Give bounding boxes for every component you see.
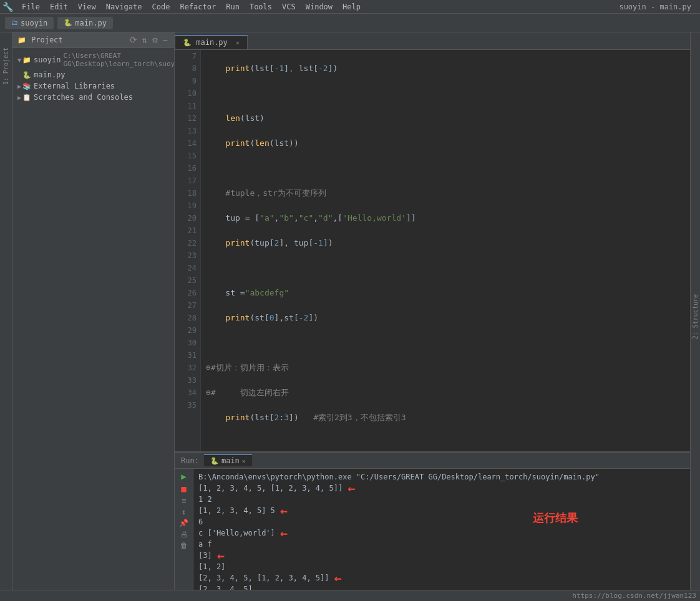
project-icon: 🗂 bbox=[11, 19, 18, 27]
stop-button[interactable]: ■ bbox=[181, 484, 186, 494]
main-file[interactable]: 🐍 main.py bbox=[12, 69, 174, 80]
menu-edit[interactable]: Edit bbox=[45, 1, 73, 12]
window-title: suoyin - main.py bbox=[619, 2, 698, 11]
toolbar: 🗂 suoyin 🐍 main.py bbox=[0, 14, 700, 32]
run-output: B:\Anconda\envs\pytorch\python.exe "C:/U… bbox=[193, 469, 690, 601]
code-line-18 bbox=[206, 337, 685, 349]
code-line-16: st ="abcdefg" bbox=[206, 287, 685, 299]
settings-icon[interactable]: ⚙ bbox=[151, 35, 158, 45]
code-line-14: print(tup[2], tup[-1]) bbox=[206, 237, 685, 249]
output-line-0: B:\Anconda\envs\pytorch\python.exe "C:/U… bbox=[198, 471, 685, 483]
python-icon: 🐍 bbox=[22, 71, 31, 79]
project-folder-icon: 📁 bbox=[22, 56, 31, 64]
app-icon: 🔧 bbox=[2, 2, 13, 12]
collapse-icon[interactable]: ⇅ bbox=[141, 35, 148, 45]
code-line-8 bbox=[206, 87, 685, 100]
root-folder-path: C:\Users\GREAT GG\Desktop\learn_torch\su… bbox=[63, 52, 174, 68]
code-line-10: print(len(lst)) bbox=[206, 137, 685, 150]
main-file-label: main.py bbox=[34, 70, 66, 79]
output-line-3: [1, 2, 3, 4, 5] 5 bbox=[198, 505, 275, 516]
lib-icon: 📚 bbox=[22, 82, 31, 90]
run-content: ▶ ■ ≡ ↕ 📌 🖨 🗑 B:\Anconda\envs\pytorch\py… bbox=[175, 469, 690, 601]
external-libs[interactable]: ▶ 📚 External Libraries bbox=[12, 80, 174, 92]
structure-label: 2: Structure bbox=[692, 294, 699, 339]
folder-icon: 📁 bbox=[17, 36, 26, 44]
tab-close-icon[interactable]: ✕ bbox=[236, 39, 240, 46]
code-line-19: ⊖#切片：切片用：表示 bbox=[206, 362, 685, 374]
project-header-label: Project bbox=[31, 36, 126, 44]
menu-code[interactable]: Code bbox=[147, 1, 175, 12]
python-file-icon: 🐍 bbox=[64, 19, 72, 27]
output-line-5: c ['Hello,world'] bbox=[198, 527, 275, 539]
file-tab[interactable]: 🐍 main.py bbox=[57, 17, 113, 29]
project-panel: 📁 Project ⟳ ⇅ ⚙ − ▼ 📁 suoyin C:\Users\GR… bbox=[12, 32, 175, 601]
code-line-15 bbox=[206, 262, 685, 274]
output-line-6: a f bbox=[198, 539, 685, 550]
external-libs-label: External Libraries bbox=[34, 82, 115, 90]
menu-help[interactable]: Help bbox=[338, 1, 366, 12]
trash-button[interactable]: 🗑 bbox=[180, 541, 188, 550]
ext-arrow: ▶ bbox=[17, 83, 21, 90]
project-tab-label: suoyin bbox=[21, 19, 47, 27]
line-numbers: 7 8 9 10 11 12 13 14 15 16 17 18 19 20 2… bbox=[175, 50, 201, 451]
menu-run[interactable]: Run bbox=[221, 1, 245, 12]
project-tab[interactable]: 🗂 suoyin bbox=[5, 17, 54, 29]
menu-tools[interactable]: Tools bbox=[245, 1, 277, 12]
code-content[interactable]: print(lst[-1], lst[-2]) len(lst) print(l… bbox=[201, 50, 690, 451]
tab-python-icon: 🐍 bbox=[183, 39, 192, 47]
menu-view[interactable]: View bbox=[73, 1, 101, 12]
editor-tab-label: main.py bbox=[196, 38, 228, 47]
scratches-item[interactable]: ▶ 📋 Scratches and Consoles bbox=[12, 92, 174, 103]
menu-refactor[interactable]: Refactor bbox=[175, 1, 221, 12]
editor-tabs: 🐍 main.py ✕ bbox=[175, 32, 690, 50]
editor-area: 🐍 main.py ✕ 7 8 9 10 11 12 13 14 15 16 1… bbox=[175, 32, 690, 601]
project-strip-label[interactable]: 1: Project bbox=[2, 47, 9, 85]
run-tab-close[interactable]: ✕ bbox=[242, 458, 246, 464]
code-line-7: print(lst[-1], lst[-2]) bbox=[206, 62, 685, 75]
project-header: 📁 Project ⟳ ⇅ ⚙ − bbox=[12, 32, 174, 48]
minimize-icon[interactable]: − bbox=[162, 35, 169, 45]
menu-file[interactable]: File bbox=[17, 1, 45, 12]
editor-tab-main[interactable]: 🐍 main.py ✕ bbox=[175, 35, 248, 49]
code-line-17: print(st[0],st[-2]) bbox=[206, 312, 685, 324]
run-tabs: Run: 🐍 main ✕ bbox=[175, 453, 690, 469]
root-folder-name: suoyin bbox=[34, 55, 61, 64]
code-line-21: print(lst[2:3]) #索引2到3，不包括索引3 bbox=[206, 411, 685, 424]
sync-icon[interactable]: ⟳ bbox=[129, 35, 139, 45]
code-line-13: tup = ["a","b","c","d",['Hello,world']] bbox=[206, 212, 685, 224]
run-tab-main[interactable]: 🐍 main ✕ bbox=[204, 454, 252, 466]
pin-button[interactable]: 📌 bbox=[179, 519, 188, 527]
expand-arrow: ▼ bbox=[17, 57, 21, 64]
output-line-8: [1, 2] bbox=[198, 561, 685, 572]
menu-navigate[interactable]: Navigate bbox=[101, 1, 147, 12]
run-tab-icon: 🐍 bbox=[210, 457, 219, 465]
scratches-arrow: ▶ bbox=[17, 94, 21, 101]
file-tab-label: main.py bbox=[75, 19, 107, 27]
output-line-4: 6 bbox=[198, 516, 685, 527]
root-folder[interactable]: ▼ 📁 suoyin C:\Users\GREAT GG\Desktop\lea… bbox=[12, 50, 174, 69]
output-line-2: 1 2 bbox=[198, 494, 685, 505]
scroll-button[interactable]: ↕ bbox=[182, 507, 186, 516]
rerun-button[interactable]: ≡ bbox=[182, 496, 186, 505]
code-line-22 bbox=[206, 436, 685, 449]
code-line-9: len(lst) bbox=[206, 112, 685, 125]
run-sidebar: ▶ ■ ≡ ↕ 📌 🖨 🗑 bbox=[175, 469, 193, 601]
structure-strip[interactable]: 2: Structure bbox=[690, 32, 700, 601]
run-annotation: 运行结果 bbox=[533, 512, 578, 524]
code-line-20: ⊖# 切边左闭右开 bbox=[206, 387, 685, 399]
watermark-text: https://blog.csdn.net/jjwan123 bbox=[572, 592, 696, 600]
code-editor[interactable]: 7 8 9 10 11 12 13 14 15 16 17 18 19 20 2… bbox=[175, 50, 690, 451]
menubar: 🔧 File Edit View Navigate Code Refactor … bbox=[0, 0, 700, 14]
output-line-7: [3] bbox=[198, 550, 212, 561]
print-button[interactable]: 🖨 bbox=[180, 530, 188, 539]
menu-vcs[interactable]: VCS bbox=[277, 1, 301, 12]
project-tree: ▼ 📁 suoyin C:\Users\GREAT GG\Desktop\lea… bbox=[12, 48, 174, 601]
watermark: https://blog.csdn.net/jjwan123 bbox=[0, 590, 700, 601]
play-button[interactable]: ▶ bbox=[181, 471, 186, 481]
run-tab-label: main bbox=[221, 456, 240, 465]
code-line-11 bbox=[206, 162, 685, 175]
menu-window[interactable]: Window bbox=[301, 1, 338, 12]
run-label: Run: bbox=[177, 455, 203, 466]
left-strip: 1: Project bbox=[0, 32, 12, 601]
bottom-panel: Run: 🐍 main ✕ ▶ ■ ≡ ↕ 📌 🖨 🗑 bbox=[175, 451, 690, 601]
